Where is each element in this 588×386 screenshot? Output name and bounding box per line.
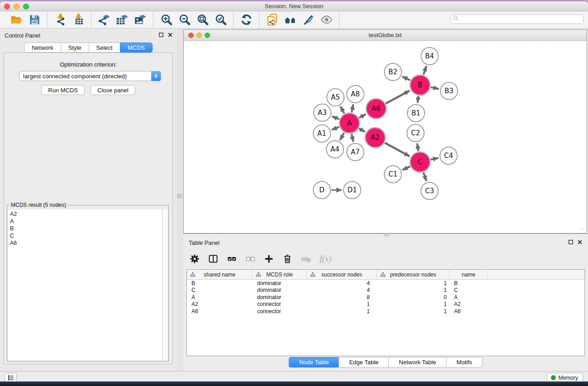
open-folder-icon[interactable] <box>7 13 25 27</box>
graph-edge-A-A3[interactable] <box>332 116 339 119</box>
table-cell[interactable]: 1 <box>377 287 449 293</box>
table-cell[interactable]: A2 <box>187 301 253 307</box>
table-cell[interactable]: 0 <box>377 294 449 300</box>
table-cell[interactable]: B <box>449 280 488 286</box>
result-item[interactable]: A <box>10 218 162 225</box>
network-window-titlebar[interactable]: testGlobe.txt <box>184 30 587 41</box>
table-row[interactable]: Bdominator41B <box>187 280 584 287</box>
export-network-icon[interactable] <box>95 13 113 27</box>
graph-node-A8[interactable]: A8 <box>347 86 364 103</box>
table-cell[interactable]: dominator <box>253 280 307 286</box>
graph-node-C2[interactable]: C2 <box>407 124 424 142</box>
clone-network-icon[interactable] <box>263 13 281 27</box>
column-header-name[interactable]: name <box>449 270 488 279</box>
graph-edge-A-A7[interactable] <box>352 134 354 142</box>
column-header-shared-name[interactable]: shared name <box>187 270 253 279</box>
graph-node-B2[interactable]: B2 <box>384 63 402 81</box>
export-image-icon[interactable] <box>131 13 149 27</box>
table-cell[interactable]: C <box>449 287 488 293</box>
task-list-button[interactable] <box>5 373 17 382</box>
graph-node-C[interactable]: C <box>410 152 430 172</box>
graph-edge-A-A1[interactable] <box>332 127 339 129</box>
column-header-predecessor-nodes[interactable]: predecessor nodes <box>377 270 449 279</box>
close-panel-icon[interactable] <box>167 32 173 38</box>
result-scrollbar[interactable] <box>162 210 167 360</box>
float-panel-icon[interactable] <box>158 32 164 38</box>
memory-button[interactable]: Memory <box>547 373 583 382</box>
add-icon[interactable] <box>263 253 275 265</box>
table-cell[interactable]: 4 <box>307 287 377 293</box>
graph-node-B[interactable]: B <box>410 75 430 95</box>
graphics-details-icon[interactable] <box>299 13 317 27</box>
graph-node-C4[interactable]: C4 <box>440 147 457 164</box>
table-cell[interactable]: 4 <box>307 280 377 286</box>
graph-node-A3[interactable]: A3 <box>314 104 331 121</box>
import-network-icon[interactable] <box>51 13 69 27</box>
table-cell[interactable]: A <box>449 294 488 300</box>
resize-grip-icon[interactable] <box>580 226 586 233</box>
tab-style[interactable]: Style <box>61 43 89 52</box>
table-cell[interactable]: 1 <box>377 301 449 307</box>
table-cell[interactable]: B <box>187 280 253 286</box>
graph-node-A5[interactable]: A5 <box>327 89 344 106</box>
unselect-all-icon[interactable] <box>244 253 256 265</box>
run-mcds-button[interactable]: Run MCDS <box>41 85 85 95</box>
refresh-icon[interactable] <box>237 13 255 27</box>
table-cell[interactable]: A <box>187 294 253 300</box>
table-cell[interactable]: connector <box>253 308 307 315</box>
graph-node-B4[interactable]: B4 <box>421 48 438 65</box>
graph-edge-A-A6[interactable] <box>359 114 366 118</box>
gear-icon[interactable] <box>189 253 201 265</box>
tab-network[interactable]: Network <box>24 43 61 52</box>
table-cell[interactable]: 1 <box>307 301 377 307</box>
graph-edge-A-A5[interactable] <box>340 106 344 114</box>
graph-node-B3[interactable]: B3 <box>440 82 458 100</box>
delete-icon[interactable] <box>282 253 293 265</box>
graph-node-A4[interactable]: A4 <box>326 141 344 158</box>
criterion-dropdown[interactable]: largest connected component (directed) <box>19 71 161 81</box>
function-builder-label[interactable]: f(x) <box>319 254 331 264</box>
table-cell[interactable]: A2 <box>449 301 488 307</box>
close-panel-icon[interactable] <box>577 239 583 245</box>
graph-node-A2[interactable]: A2 <box>365 128 385 148</box>
table-cell[interactable]: 1 <box>377 280 449 286</box>
result-item[interactable]: A2 <box>10 210 162 218</box>
result-item[interactable]: B <box>10 225 162 232</box>
export-table-icon[interactable] <box>113 13 131 27</box>
graph-edge-A6-B[interactable] <box>386 91 410 103</box>
table-cell[interactable]: 1 <box>377 308 449 315</box>
graph-node-A6[interactable]: A6 <box>366 99 386 119</box>
splitter-handle[interactable] <box>177 194 182 198</box>
graph-edge-C-C3[interactable] <box>423 172 426 181</box>
graph-edge-C-C2[interactable] <box>417 143 419 152</box>
close-panel-button[interactable]: Close panel <box>91 85 135 95</box>
graph-node-A[interactable]: A <box>339 113 359 133</box>
save-icon[interactable] <box>25 13 43 27</box>
table-cell[interactable]: dominator <box>253 287 307 293</box>
search-box[interactable] <box>450 14 583 24</box>
table-cell[interactable]: 8 <box>307 294 377 300</box>
graph-node-B1[interactable]: B1 <box>407 105 425 122</box>
table-cell[interactable]: A6 <box>449 308 488 315</box>
table-cell[interactable]: A6 <box>187 308 253 315</box>
tab-motifs[interactable]: Motifs <box>446 357 483 367</box>
select-all-icon[interactable] <box>226 253 238 265</box>
result-item[interactable]: C <box>10 232 162 239</box>
mcds-result-list[interactable]: A2ABCA6 <box>8 210 162 360</box>
column-header-MCDS-role[interactable]: MCDS role <box>253 270 307 279</box>
tab-mcds[interactable]: MCDS <box>120 43 153 52</box>
column-header-successor-nodes[interactable]: successor nodes <box>307 270 377 279</box>
graph-node-C3[interactable]: C3 <box>421 182 438 200</box>
graph-edge-A-A2[interactable] <box>359 129 365 132</box>
tab-network-table[interactable]: Network Table <box>388 357 446 367</box>
graph-edge-B-B3[interactable] <box>431 87 439 89</box>
tab-node-table[interactable]: Node Table <box>289 357 339 367</box>
search-input[interactable] <box>459 15 583 23</box>
home-icon[interactable] <box>281 13 299 27</box>
network-canvas[interactable]: B4B2BB3A8A5A6A3B1AA1C2A2A4A7C4CC1C3DD1 <box>184 41 587 233</box>
graph-edge-A2-C[interactable] <box>385 143 410 156</box>
vertical-splitter[interactable] <box>177 29 183 371</box>
graph-node-A1[interactable]: A1 <box>313 125 330 142</box>
graph-node-C1[interactable]: C1 <box>384 166 402 183</box>
graph-node-D1[interactable]: D1 <box>344 181 361 199</box>
